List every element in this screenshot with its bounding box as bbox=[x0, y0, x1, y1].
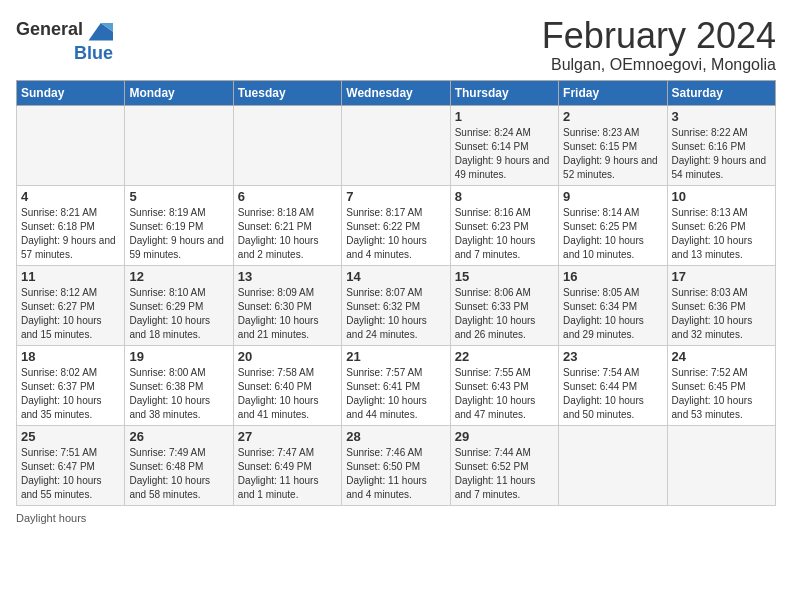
logo-blue-text: Blue bbox=[74, 44, 113, 64]
calendar-cell: 8Sunrise: 8:16 AM Sunset: 6:23 PM Daylig… bbox=[450, 185, 558, 265]
day-number: 1 bbox=[455, 109, 554, 124]
calendar-cell: 14Sunrise: 8:07 AM Sunset: 6:32 PM Dayli… bbox=[342, 265, 450, 345]
day-info: Sunrise: 8:17 AM Sunset: 6:22 PM Dayligh… bbox=[346, 206, 445, 262]
day-info: Sunrise: 7:51 AM Sunset: 6:47 PM Dayligh… bbox=[21, 446, 120, 502]
day-info: Sunrise: 7:55 AM Sunset: 6:43 PM Dayligh… bbox=[455, 366, 554, 422]
calendar-cell bbox=[233, 105, 341, 185]
day-number: 10 bbox=[672, 189, 771, 204]
day-info: Sunrise: 7:54 AM Sunset: 6:44 PM Dayligh… bbox=[563, 366, 662, 422]
day-info: Sunrise: 8:00 AM Sunset: 6:38 PM Dayligh… bbox=[129, 366, 228, 422]
calendar-cell: 16Sunrise: 8:05 AM Sunset: 6:34 PM Dayli… bbox=[559, 265, 667, 345]
calendar-cell: 15Sunrise: 8:06 AM Sunset: 6:33 PM Dayli… bbox=[450, 265, 558, 345]
logo: General Blue bbox=[16, 16, 113, 64]
footer: Daylight hours bbox=[16, 512, 776, 524]
calendar-subtitle: Bulgan, OEmnoegovi, Mongolia bbox=[542, 56, 776, 74]
day-number: 11 bbox=[21, 269, 120, 284]
day-number: 21 bbox=[346, 349, 445, 364]
calendar-cell: 23Sunrise: 7:54 AM Sunset: 6:44 PM Dayli… bbox=[559, 345, 667, 425]
calendar-cell: 21Sunrise: 7:57 AM Sunset: 6:41 PM Dayli… bbox=[342, 345, 450, 425]
day-of-week-header: Tuesday bbox=[233, 80, 341, 105]
day-number: 2 bbox=[563, 109, 662, 124]
day-number: 6 bbox=[238, 189, 337, 204]
day-info: Sunrise: 7:47 AM Sunset: 6:49 PM Dayligh… bbox=[238, 446, 337, 502]
day-info: Sunrise: 7:44 AM Sunset: 6:52 PM Dayligh… bbox=[455, 446, 554, 502]
day-number: 8 bbox=[455, 189, 554, 204]
day-number: 13 bbox=[238, 269, 337, 284]
day-info: Sunrise: 8:16 AM Sunset: 6:23 PM Dayligh… bbox=[455, 206, 554, 262]
calendar-cell: 3Sunrise: 8:22 AM Sunset: 6:16 PM Daylig… bbox=[667, 105, 775, 185]
calendar-week-row: 25Sunrise: 7:51 AM Sunset: 6:47 PM Dayli… bbox=[17, 425, 776, 505]
day-info: Sunrise: 8:13 AM Sunset: 6:26 PM Dayligh… bbox=[672, 206, 771, 262]
day-info: Sunrise: 8:19 AM Sunset: 6:19 PM Dayligh… bbox=[129, 206, 228, 262]
title-block: February 2024 Bulgan, OEmnoegovi, Mongol… bbox=[542, 16, 776, 74]
calendar-cell: 4Sunrise: 8:21 AM Sunset: 6:18 PM Daylig… bbox=[17, 185, 125, 265]
calendar-cell: 10Sunrise: 8:13 AM Sunset: 6:26 PM Dayli… bbox=[667, 185, 775, 265]
day-number: 24 bbox=[672, 349, 771, 364]
calendar-cell: 9Sunrise: 8:14 AM Sunset: 6:25 PM Daylig… bbox=[559, 185, 667, 265]
day-info: Sunrise: 8:06 AM Sunset: 6:33 PM Dayligh… bbox=[455, 286, 554, 342]
day-number: 9 bbox=[563, 189, 662, 204]
day-number: 3 bbox=[672, 109, 771, 124]
calendar-cell: 1Sunrise: 8:24 AM Sunset: 6:14 PM Daylig… bbox=[450, 105, 558, 185]
day-of-week-header: Sunday bbox=[17, 80, 125, 105]
day-info: Sunrise: 7:46 AM Sunset: 6:50 PM Dayligh… bbox=[346, 446, 445, 502]
calendar-cell: 25Sunrise: 7:51 AM Sunset: 6:47 PM Dayli… bbox=[17, 425, 125, 505]
day-number: 26 bbox=[129, 429, 228, 444]
day-info: Sunrise: 8:14 AM Sunset: 6:25 PM Dayligh… bbox=[563, 206, 662, 262]
calendar-cell: 7Sunrise: 8:17 AM Sunset: 6:22 PM Daylig… bbox=[342, 185, 450, 265]
calendar-cell: 13Sunrise: 8:09 AM Sunset: 6:30 PM Dayli… bbox=[233, 265, 341, 345]
day-number: 16 bbox=[563, 269, 662, 284]
calendar-title: February 2024 bbox=[542, 16, 776, 56]
calendar-cell: 20Sunrise: 7:58 AM Sunset: 6:40 PM Dayli… bbox=[233, 345, 341, 425]
page: General Blue February 2024 Bulgan, OEmno… bbox=[0, 0, 792, 534]
day-number: 25 bbox=[21, 429, 120, 444]
day-of-week-header: Monday bbox=[125, 80, 233, 105]
day-info: Sunrise: 8:07 AM Sunset: 6:32 PM Dayligh… bbox=[346, 286, 445, 342]
calendar-cell: 22Sunrise: 7:55 AM Sunset: 6:43 PM Dayli… bbox=[450, 345, 558, 425]
day-of-week-header: Friday bbox=[559, 80, 667, 105]
day-info: Sunrise: 8:03 AM Sunset: 6:36 PM Dayligh… bbox=[672, 286, 771, 342]
day-number: 14 bbox=[346, 269, 445, 284]
calendar-cell bbox=[342, 105, 450, 185]
calendar-cell bbox=[17, 105, 125, 185]
calendar-cell: 5Sunrise: 8:19 AM Sunset: 6:19 PM Daylig… bbox=[125, 185, 233, 265]
calendar-table: SundayMondayTuesdayWednesdayThursdayFrid… bbox=[16, 80, 776, 506]
calendar-week-row: 1Sunrise: 8:24 AM Sunset: 6:14 PM Daylig… bbox=[17, 105, 776, 185]
day-info: Sunrise: 8:09 AM Sunset: 6:30 PM Dayligh… bbox=[238, 286, 337, 342]
day-info: Sunrise: 8:02 AM Sunset: 6:37 PM Dayligh… bbox=[21, 366, 120, 422]
day-info: Sunrise: 8:05 AM Sunset: 6:34 PM Dayligh… bbox=[563, 286, 662, 342]
day-number: 12 bbox=[129, 269, 228, 284]
day-number: 17 bbox=[672, 269, 771, 284]
calendar-cell bbox=[667, 425, 775, 505]
daylight-label: Daylight hours bbox=[16, 512, 86, 524]
day-info: Sunrise: 8:12 AM Sunset: 6:27 PM Dayligh… bbox=[21, 286, 120, 342]
day-number: 7 bbox=[346, 189, 445, 204]
day-info: Sunrise: 7:52 AM Sunset: 6:45 PM Dayligh… bbox=[672, 366, 771, 422]
day-info: Sunrise: 7:49 AM Sunset: 6:48 PM Dayligh… bbox=[129, 446, 228, 502]
day-number: 29 bbox=[455, 429, 554, 444]
calendar-cell: 11Sunrise: 8:12 AM Sunset: 6:27 PM Dayli… bbox=[17, 265, 125, 345]
calendar-cell: 18Sunrise: 8:02 AM Sunset: 6:37 PM Dayli… bbox=[17, 345, 125, 425]
day-info: Sunrise: 8:21 AM Sunset: 6:18 PM Dayligh… bbox=[21, 206, 120, 262]
day-number: 22 bbox=[455, 349, 554, 364]
day-number: 5 bbox=[129, 189, 228, 204]
day-number: 23 bbox=[563, 349, 662, 364]
day-number: 28 bbox=[346, 429, 445, 444]
day-info: Sunrise: 8:18 AM Sunset: 6:21 PM Dayligh… bbox=[238, 206, 337, 262]
logo-icon bbox=[85, 16, 113, 44]
day-number: 4 bbox=[21, 189, 120, 204]
day-info: Sunrise: 7:58 AM Sunset: 6:40 PM Dayligh… bbox=[238, 366, 337, 422]
day-number: 15 bbox=[455, 269, 554, 284]
day-number: 18 bbox=[21, 349, 120, 364]
calendar-cell: 2Sunrise: 8:23 AM Sunset: 6:15 PM Daylig… bbox=[559, 105, 667, 185]
calendar-cell: 24Sunrise: 7:52 AM Sunset: 6:45 PM Dayli… bbox=[667, 345, 775, 425]
calendar-cell: 29Sunrise: 7:44 AM Sunset: 6:52 PM Dayli… bbox=[450, 425, 558, 505]
header: General Blue February 2024 Bulgan, OEmno… bbox=[16, 16, 776, 74]
day-of-week-header: Wednesday bbox=[342, 80, 450, 105]
day-number: 19 bbox=[129, 349, 228, 364]
logo-general-text: General bbox=[16, 20, 83, 40]
day-info: Sunrise: 8:23 AM Sunset: 6:15 PM Dayligh… bbox=[563, 126, 662, 182]
day-info: Sunrise: 8:10 AM Sunset: 6:29 PM Dayligh… bbox=[129, 286, 228, 342]
day-info: Sunrise: 8:22 AM Sunset: 6:16 PM Dayligh… bbox=[672, 126, 771, 182]
day-number: 20 bbox=[238, 349, 337, 364]
